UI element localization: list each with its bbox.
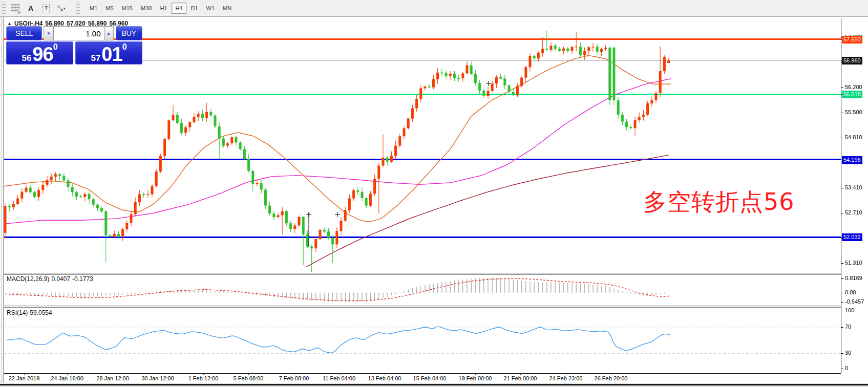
rsi-value: 59.0554 xyxy=(30,309,52,316)
rsi-line xyxy=(7,327,670,353)
ma-fast-line xyxy=(4,56,671,222)
tick-mark xyxy=(841,188,843,188)
toolbar-grip[interactable] xyxy=(2,3,6,14)
draw-arrows-button[interactable]: ⤡ ▾ xyxy=(55,2,68,15)
price-badge-57.550: 57.550 xyxy=(842,36,862,44)
tick-mark xyxy=(841,302,843,303)
sell-price-sup: 0 xyxy=(53,43,58,51)
macd-signal-value: -0.1773 xyxy=(72,275,93,283)
window-left-edge xyxy=(0,17,4,387)
grid-icon: F xyxy=(11,4,20,12)
date-label: 7 Feb 08:00 xyxy=(279,375,309,381)
price-tick--0.5457: -0.5457 xyxy=(845,298,864,305)
collapse-arrow-icon[interactable]: ▲ xyxy=(7,21,12,26)
toolbar: F A T ⤡ ▾ M1M5M15M30H1H4D1W1MN xyxy=(0,0,868,17)
tick-mark xyxy=(841,369,843,369)
indicator-grid-button[interactable]: F xyxy=(9,2,22,15)
timeframe-button-w1[interactable]: W1 xyxy=(203,3,219,14)
macd-main-value: 0.0407 xyxy=(51,275,70,283)
tick-mark xyxy=(841,213,843,213)
tick-mark xyxy=(841,113,843,113)
sell-button[interactable]: SELL xyxy=(6,26,42,40)
volume-input[interactable] xyxy=(54,26,104,40)
price-tick-70: 70 xyxy=(845,324,851,330)
buy-price-display[interactable]: 57010 xyxy=(75,41,142,64)
price-badge-56.018: 56.018 xyxy=(842,91,862,98)
timeframe-button-h4[interactable]: H4 xyxy=(172,3,186,14)
price-tick-55.500: 55.500 xyxy=(845,109,862,115)
font-button[interactable]: A xyxy=(24,2,37,15)
price-tick-53.410: 53.410 xyxy=(845,184,862,190)
macd-name-label: MACD(12,26,9) xyxy=(7,275,49,283)
tick-mark xyxy=(841,138,843,138)
timeframe-button-m1[interactable]: M1 xyxy=(86,3,101,14)
date-tick-mark xyxy=(475,373,476,375)
date-label: 15 Feb 04:00 xyxy=(413,375,447,381)
price-axis[interactable]: 57.60056.90056.20055.50054.81054.11053.4… xyxy=(841,17,868,383)
ma-mid-line xyxy=(4,79,671,224)
buy-price-big: 01 xyxy=(101,46,122,62)
macd-histogram xyxy=(5,277,669,302)
price-tick-54.810: 54.810 xyxy=(845,134,862,140)
price-tick-30: 30 xyxy=(845,350,851,356)
date-label: 13 Feb 04:00 xyxy=(368,375,401,381)
date-tick-mark xyxy=(248,373,249,375)
mt4-terminal: F A T ⤡ ▾ M1M5M15M30H1H4D1W1MN ▲ USOil-,… xyxy=(0,0,868,387)
timeframe-button-m5[interactable]: M5 xyxy=(102,3,117,14)
date-label: 28 Jan 12:00 xyxy=(96,375,129,381)
date-tick-mark xyxy=(339,373,340,375)
rsi-panel[interactable] xyxy=(4,308,841,373)
next-window-edge xyxy=(0,383,868,387)
ma-slow-line xyxy=(306,155,669,267)
date-tick-mark xyxy=(67,373,68,375)
tick-mark xyxy=(841,353,843,354)
price-badge-56.960: 56.960 xyxy=(842,57,862,64)
tick-mark xyxy=(841,88,843,88)
text-label-button[interactable]: T xyxy=(39,2,53,15)
date-tick-mark xyxy=(566,373,566,375)
timeframe-button-mn[interactable]: MN xyxy=(219,3,235,14)
price-tick-56.200: 56.200 xyxy=(845,84,862,90)
text-box-icon: T xyxy=(43,5,50,12)
buy-button[interactable]: BUY xyxy=(116,26,142,40)
timeframe-button-m30[interactable]: M30 xyxy=(137,3,155,14)
timeframe-button-d1[interactable]: D1 xyxy=(187,3,202,14)
buy-price-small: 57 xyxy=(91,54,100,62)
price-tick-52.710: 52.710 xyxy=(845,209,862,216)
font-a-icon: A xyxy=(28,4,33,12)
timeframe-bar: M1M5M15M30H1H4D1W1MN xyxy=(86,3,236,14)
rsi-label-row: RSI(14)59.0554 xyxy=(7,309,54,316)
candles xyxy=(4,31,670,272)
tick-mark xyxy=(841,263,843,264)
macd-panel[interactable] xyxy=(4,275,841,306)
date-tick-mark xyxy=(113,373,113,375)
sell-price-small: 56 xyxy=(22,54,31,62)
price-tick-0.00: 0.00 xyxy=(845,289,856,295)
chevron-down-icon: ▾ xyxy=(63,6,66,11)
one-click-trade-panel: SELL ▼ ▲ BUY 56960 57010 xyxy=(6,26,142,64)
timeframe-button-h1[interactable]: H1 xyxy=(156,3,171,14)
date-tick-mark xyxy=(385,373,385,375)
date-label: 24 Feb 23:00 xyxy=(549,375,583,381)
time-axis[interactable]: 22 Jan 201924 Jan 16:0028 Jan 12:0030 Ja… xyxy=(4,375,841,383)
date-tick-mark xyxy=(611,373,611,375)
date-tick-mark xyxy=(430,373,430,375)
sell-price-big: 96 xyxy=(32,46,53,62)
date-tick-mark xyxy=(520,373,521,375)
toolbar-grip-2[interactable] xyxy=(76,3,80,14)
arrows-icon: ⤡ xyxy=(57,4,62,12)
rsi-name-label: RSI(14) xyxy=(7,309,28,316)
price-tick-0.8169: 0.8169 xyxy=(845,275,862,281)
date-tick-mark xyxy=(294,373,294,375)
buy-price-sup: 0 xyxy=(122,43,127,51)
volume-increase-button[interactable]: ▲ xyxy=(104,26,114,40)
price-badge-54.196: 54.196 xyxy=(842,156,862,164)
volume-decrease-button[interactable]: ▼ xyxy=(44,26,53,40)
bottom-axis-border xyxy=(4,373,841,374)
date-tick-mark xyxy=(158,373,158,375)
timeframe-button-m15[interactable]: M15 xyxy=(118,3,136,14)
sell-price-display[interactable]: 56960 xyxy=(6,41,73,64)
date-label: 22 Jan 2019 xyxy=(9,375,40,381)
price-badge-52.032: 52.032 xyxy=(842,233,862,241)
chart-annotation-text: 多空转折点56 xyxy=(643,186,795,218)
